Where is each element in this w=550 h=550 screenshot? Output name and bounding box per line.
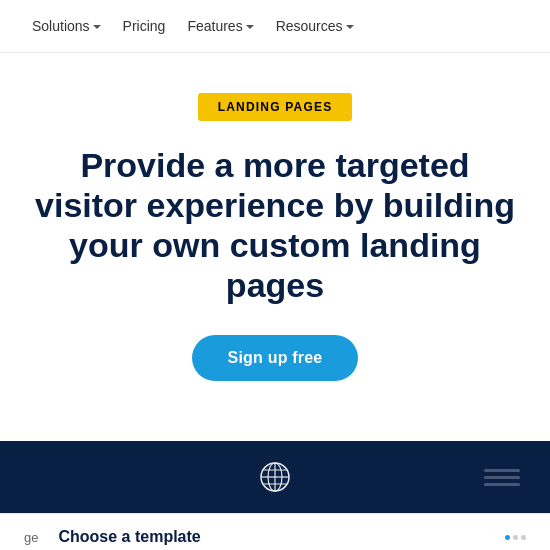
dot-2 bbox=[513, 535, 518, 540]
nav-features[interactable]: Features bbox=[179, 14, 261, 38]
chevron-down-icon bbox=[93, 25, 101, 29]
right-lines bbox=[484, 469, 520, 486]
bottom-strip: ge Choose a template bbox=[0, 513, 550, 550]
nav-resources-label: Resources bbox=[276, 18, 343, 34]
signup-button[interactable]: Sign up free bbox=[192, 335, 359, 381]
logo-icon bbox=[259, 461, 291, 493]
hero-section: LANDING PAGES Provide a more targeted vi… bbox=[0, 53, 550, 411]
hero-badge: LANDING PAGES bbox=[198, 93, 353, 121]
page-label: ge bbox=[24, 530, 38, 545]
chevron-down-icon bbox=[346, 25, 354, 29]
nav-features-label: Features bbox=[187, 18, 242, 34]
pagination-dots bbox=[505, 535, 526, 540]
nav-pricing[interactable]: Pricing bbox=[115, 14, 174, 38]
dot-1 bbox=[505, 535, 510, 540]
nav-solutions[interactable]: Solutions bbox=[24, 14, 109, 38]
hero-title: Provide a more targeted visitor experien… bbox=[30, 145, 520, 305]
nav-pricing-label: Pricing bbox=[123, 18, 166, 34]
navbar: Solutions Pricing Features Resources bbox=[0, 0, 550, 53]
dark-strip bbox=[0, 441, 550, 513]
dot-3 bbox=[521, 535, 526, 540]
nav-resources[interactable]: Resources bbox=[268, 14, 362, 38]
chevron-down-icon bbox=[246, 25, 254, 29]
nav-solutions-label: Solutions bbox=[32, 18, 90, 34]
choose-template-label: Choose a template bbox=[58, 528, 200, 546]
